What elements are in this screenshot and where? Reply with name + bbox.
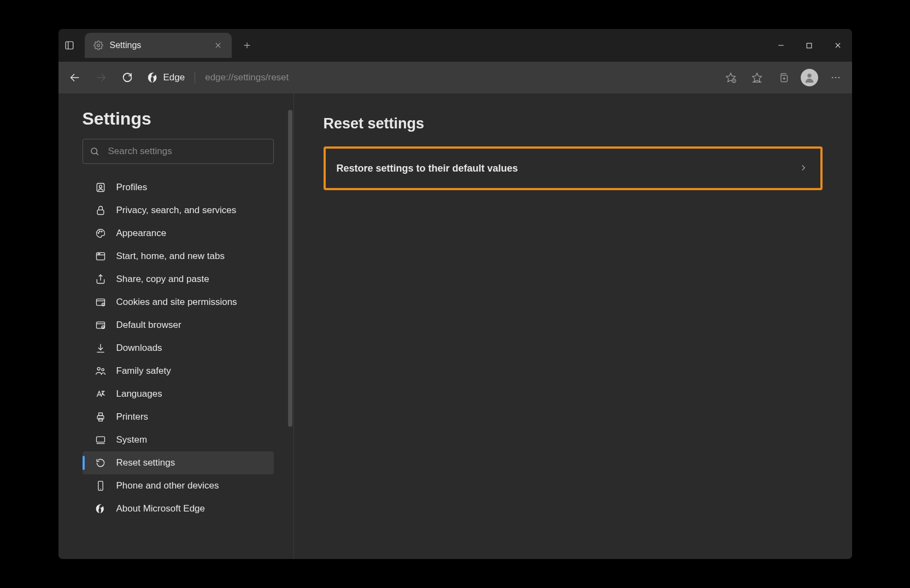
system-icon <box>95 434 107 446</box>
sidebar-item-label: Share, copy and paste <box>116 274 209 285</box>
window-close-button[interactable] <box>824 34 852 56</box>
gear-icon <box>93 40 103 50</box>
titlebar: Settings <box>58 29 852 62</box>
svg-point-37 <box>99 254 99 254</box>
scrollbar-thumb[interactable] <box>288 110 292 427</box>
svg-rect-50 <box>98 413 102 416</box>
sidebar-item-downloads[interactable]: Downloads <box>83 337 274 360</box>
edge-logo-icon <box>147 72 159 84</box>
sidebar-item-profiles[interactable]: Profiles <box>83 176 274 199</box>
address-bar[interactable]: Edge edge://settings/reset <box>147 67 711 89</box>
sidebar-item-label: Start, home, and new tabs <box>116 251 225 262</box>
address-url: edge://settings/reset <box>205 72 289 83</box>
sidebar-item-label: Phone and other devices <box>116 480 219 491</box>
svg-marker-17 <box>752 73 761 82</box>
refresh-button[interactable] <box>115 66 139 90</box>
forward-button[interactable] <box>89 66 113 90</box>
language-icon <box>95 388 107 400</box>
edge-about-icon <box>95 503 107 515</box>
sidebar-item-default-browser[interactable]: Default browser <box>83 314 274 337</box>
phone-icon <box>95 480 107 492</box>
sidebar-item-appearance[interactable]: Appearance <box>83 222 274 245</box>
tab-close-button[interactable] <box>213 40 223 50</box>
sidebar-item-label: Default browser <box>116 320 181 331</box>
search-settings-input[interactable] <box>107 145 267 157</box>
sidebar-item-label: Downloads <box>116 343 162 354</box>
svg-point-31 <box>98 232 99 233</box>
window-maximize-button[interactable] <box>795 34 824 56</box>
search-settings-field[interactable] <box>83 139 274 164</box>
svg-point-22 <box>807 74 811 78</box>
add-favorite-button[interactable] <box>719 66 743 90</box>
sidebar-item-share-copy-and-paste[interactable]: Share, copy and paste <box>83 268 274 291</box>
sidebar-item-label: Cookies and site permissions <box>116 297 237 308</box>
section-heading: Reset settings <box>324 115 823 132</box>
sidebar-item-cookies-and-site-permissions[interactable]: Cookies and site permissions <box>83 291 274 314</box>
sidebar-item-family-safety[interactable]: Family safety <box>83 360 274 383</box>
svg-point-25 <box>838 77 839 79</box>
restore-settings-label: Restore settings to their default values <box>337 163 518 174</box>
sidebar-item-about-microsoft-edge[interactable]: About Microsoft Edge <box>83 497 274 520</box>
new-tab-button[interactable] <box>236 33 258 58</box>
settings-main-panel: Reset settings Restore settings to their… <box>294 93 852 559</box>
svg-point-47 <box>97 367 100 370</box>
svg-point-26 <box>91 148 97 154</box>
restore-settings-row[interactable]: Restore settings to their default values <box>324 146 823 190</box>
search-icon <box>90 146 99 156</box>
palette-icon <box>95 227 107 239</box>
sidebar-item-reset-settings[interactable]: Reset settings <box>83 451 274 474</box>
svg-line-27 <box>96 153 98 155</box>
sidebar-item-label: About Microsoft Edge <box>116 503 206 514</box>
svg-rect-28 <box>97 184 104 192</box>
browser-tab[interactable]: Settings <box>85 33 232 58</box>
favorites-button[interactable] <box>745 66 769 90</box>
lock-icon <box>95 204 107 216</box>
svg-rect-52 <box>96 437 104 442</box>
cookie-icon <box>95 296 107 308</box>
share-icon <box>95 273 107 285</box>
sidebar-item-label: Profiles <box>116 182 148 193</box>
window-minimize-button[interactable] <box>767 34 795 56</box>
sidebar-scrollbar[interactable] <box>286 99 293 554</box>
sidebar-item-start-home-and-new-tabs[interactable]: Start, home, and new tabs <box>83 245 274 268</box>
svg-rect-49 <box>97 416 104 420</box>
chevron-right-icon <box>799 163 809 174</box>
profile-button[interactable] <box>797 66 821 90</box>
printer-icon <box>95 411 107 423</box>
svg-rect-8 <box>807 43 812 48</box>
svg-point-48 <box>102 368 104 371</box>
svg-point-32 <box>99 231 100 232</box>
sidebar-item-label: Appearance <box>116 228 167 239</box>
tab-title: Settings <box>110 40 142 50</box>
sidebar-item-privacy-search-and-services[interactable]: Privacy, search, and services <box>83 199 274 222</box>
svg-point-29 <box>99 185 102 188</box>
more-menu-button[interactable] <box>824 66 848 90</box>
svg-rect-0 <box>66 42 73 49</box>
settings-heading: Settings <box>83 109 274 129</box>
svg-rect-30 <box>97 210 104 214</box>
family-icon <box>95 365 107 377</box>
svg-point-23 <box>831 77 833 79</box>
sidebar-item-label: Reset settings <box>116 457 175 468</box>
sidebar-item-label: System <box>116 434 148 445</box>
toolbar: Edge edge://settings/reset <box>58 62 852 93</box>
collections-button[interactable] <box>771 66 795 90</box>
back-button[interactable] <box>63 66 87 90</box>
sidebar-item-printers[interactable]: Printers <box>83 405 274 428</box>
tab-actions-menu-button[interactable] <box>58 34 80 56</box>
sidebar-item-label: Languages <box>116 389 162 399</box>
sidebar-item-languages[interactable]: Languages <box>83 383 274 405</box>
svg-point-36 <box>98 254 98 254</box>
browser-icon <box>95 319 107 331</box>
sidebar-item-phone-and-other-devices[interactable]: Phone and other devices <box>83 474 274 497</box>
address-separator <box>195 72 195 84</box>
site-identity-label: Edge <box>163 72 185 83</box>
reset-icon <box>95 457 107 469</box>
svg-point-33 <box>101 231 102 232</box>
sidebar-item-label: Privacy, search, and services <box>116 205 237 216</box>
settings-nav: ProfilesPrivacy, search, and servicesApp… <box>83 176 274 520</box>
avatar-icon <box>801 69 818 86</box>
sidebar-item-system[interactable]: System <box>83 428 274 451</box>
download-icon <box>95 342 107 354</box>
settings-sidebar: Settings ProfilesPrivacy, search, and se… <box>58 93 293 559</box>
